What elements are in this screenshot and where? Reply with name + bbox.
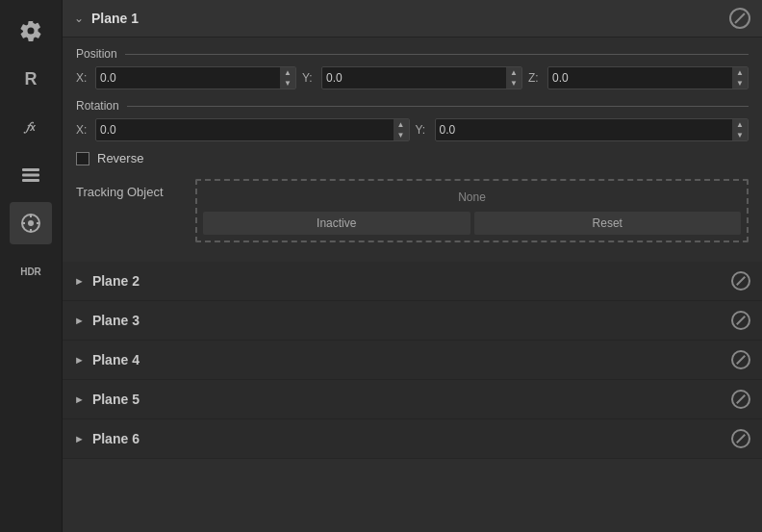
plane6-chevron: ► — [74, 433, 85, 444]
rotation-x-input[interactable] — [96, 123, 394, 137]
plane1-title: Plane 1 — [91, 11, 722, 26]
plane4-row[interactable]: ► Plane 4 — [63, 341, 762, 380]
position-x-input[interactable] — [96, 71, 280, 85]
plane3-disable-button[interactable] — [731, 311, 750, 330]
position-x-input-wrap: ▲ ▼ — [95, 66, 296, 89]
reverse-row: Reverse — [76, 151, 749, 165]
tracking-inactive-button[interactable]: Inactive — [203, 212, 470, 235]
plane3-chevron: ► — [74, 315, 85, 326]
svg-text:+: + — [29, 220, 34, 229]
position-y-input[interactable] — [322, 71, 506, 85]
plane1-fields: Position X: ▲ ▼ Y: ▲ ▼ Z: — [63, 38, 762, 262]
position-x-spinners: ▲ ▼ — [280, 67, 295, 89]
rotation-x-up[interactable]: ▲ — [394, 119, 409, 130]
position-y-input-wrap: ▲ ▼ — [321, 66, 522, 89]
layers-icon[interactable] — [10, 154, 52, 196]
position-z-down[interactable]: ▼ — [732, 78, 748, 89]
svg-rect-0 — [22, 168, 39, 171]
rotation-y-spinners: ▲ ▼ — [732, 119, 748, 140]
tracking-reset-button[interactable]: Reset — [474, 212, 742, 235]
rotation-x-input-wrap: ▲ ▼ — [95, 118, 410, 141]
rotation-x-down[interactable]: ▼ — [394, 130, 409, 140]
tracking-object-row: Tracking Object None Inactive Reset — [76, 179, 749, 242]
plane2-name: Plane 2 — [92, 273, 724, 289]
tracking-none-button[interactable]: None — [203, 187, 741, 208]
plane3-name: Plane 3 — [92, 313, 724, 328]
plane5-chevron: ► — [74, 393, 85, 405]
position-z-up[interactable]: ▲ — [732, 67, 748, 78]
plane3-row[interactable]: ► Plane 3 — [63, 301, 762, 341]
rotation-y-label: Y: — [416, 123, 429, 137]
reverse-checkbox[interactable] — [76, 152, 89, 165]
plane1-disable-button[interactable] — [729, 8, 750, 29]
main-panel: ⌄ Plane 1 Position X: ▲ ▼ Y: ▲ ▼ — [63, 0, 762, 532]
plane6-name: Plane 6 — [92, 431, 724, 446]
plane2-chevron: ► — [74, 275, 85, 287]
position-y-down[interactable]: ▼ — [506, 78, 521, 89]
r-tool-icon[interactable]: R — [10, 58, 52, 100]
hdr-icon[interactable]: HDR — [10, 250, 52, 292]
rotation-y-input-wrap: ▲ ▼ — [435, 118, 749, 141]
plane1-collapse-chevron[interactable]: ⌄ — [74, 12, 84, 25]
plane5-disable-button[interactable] — [731, 390, 750, 409]
svg-rect-1 — [22, 174, 39, 177]
reverse-label: Reverse — [97, 151, 143, 165]
rotation-x-label: X: — [76, 123, 89, 137]
rotation-y-input[interactable] — [436, 123, 733, 137]
plane6-disable-button[interactable] — [731, 429, 750, 448]
rotation-x-spinners: ▲ ▼ — [394, 119, 409, 140]
position-z-input-wrap: ▲ ▼ — [547, 66, 749, 89]
sidebar: R 𝑓x + HDR — [0, 0, 63, 532]
plane4-chevron: ► — [74, 354, 85, 366]
tracking-controls: None Inactive Reset — [195, 179, 749, 242]
tracking-bottom-row: Inactive Reset — [203, 212, 741, 235]
fx-icon[interactable]: 𝑓x — [10, 106, 52, 148]
plane4-disable-button[interactable] — [731, 350, 750, 369]
position-z-input[interactable] — [548, 71, 732, 85]
plane4-name: Plane 4 — [92, 352, 724, 367]
plane6-row[interactable]: ► Plane 6 — [63, 419, 762, 459]
plane2-row[interactable]: ► Plane 2 — [63, 262, 762, 301]
plane5-name: Plane 5 — [92, 392, 724, 407]
position-y-label: Y: — [302, 71, 316, 85]
rotation-y-down[interactable]: ▼ — [732, 130, 748, 140]
position-z-spinners: ▲ ▼ — [732, 67, 748, 89]
position-z-label: Z: — [528, 71, 542, 85]
plane5-row[interactable]: ► Plane 5 — [63, 380, 762, 419]
position-x-up[interactable]: ▲ — [280, 67, 295, 78]
position-label: Position — [76, 47, 749, 61]
rotation-label: Rotation — [76, 99, 749, 113]
plane2-disable-button[interactable] — [731, 271, 750, 291]
fx-label: 𝑓x — [26, 119, 36, 135]
rotation-xy-row: X: ▲ ▼ Y: ▲ ▼ — [76, 118, 749, 141]
position-x-down[interactable]: ▼ — [280, 78, 295, 89]
rotation-y-up[interactable]: ▲ — [732, 119, 748, 130]
plane1-header: ⌄ Plane 1 — [63, 0, 762, 38]
position-y-up[interactable]: ▲ — [506, 67, 521, 78]
svg-rect-2 — [22, 179, 39, 182]
position-y-spinners: ▲ ▼ — [506, 67, 521, 89]
position-xyz-row: X: ▲ ▼ Y: ▲ ▼ Z: ▲ ▼ — [76, 66, 749, 89]
tracking-icon[interactable]: + — [10, 202, 52, 244]
tracking-object-label: Tracking Object — [76, 179, 182, 199]
gear-icon[interactable] — [10, 10, 52, 52]
position-x-label: X: — [76, 71, 89, 85]
